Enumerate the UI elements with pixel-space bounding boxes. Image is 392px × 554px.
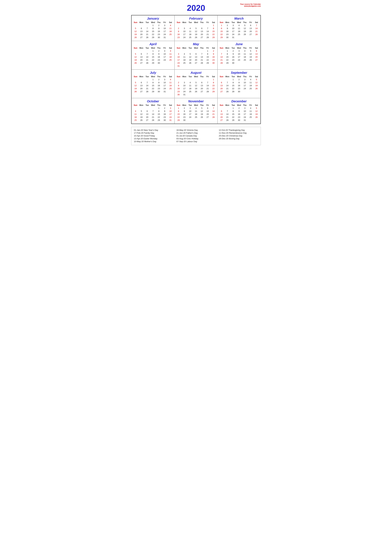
day-num: 16	[236, 84, 242, 87]
day-header-sun: Sun	[219, 75, 224, 78]
day-num: 10	[162, 52, 168, 55]
day-num: 22	[230, 87, 236, 90]
day-num: 29	[150, 62, 156, 64]
day-num: 9	[182, 110, 187, 113]
day-num: 3	[187, 107, 193, 110]
holiday-item: 11-Nov-20 Remembrance Day	[219, 132, 258, 134]
day-num: 13	[193, 55, 199, 58]
day-num: 27	[253, 58, 259, 62]
day-empty: 0	[139, 49, 144, 52]
day-num: 24	[162, 33, 168, 36]
day-num: 21	[144, 33, 150, 36]
day-num: 2	[210, 49, 216, 52]
day-num: 8	[156, 110, 162, 113]
day-header-sun: Sun	[133, 104, 139, 107]
day-num: 14	[253, 27, 259, 30]
day-header-thu: Thu	[242, 75, 248, 78]
day-num: 23	[210, 58, 216, 62]
day-num: 8	[205, 52, 210, 55]
day-header-tue: Tue	[144, 104, 150, 107]
day-num: 18	[236, 30, 242, 33]
day-num: 3	[176, 52, 182, 55]
day-num: 8	[150, 52, 156, 55]
day-header-sun: Sun	[219, 104, 224, 107]
day-num: 26	[199, 116, 205, 119]
day-num: 9	[236, 81, 242, 84]
day-header-mon: Mon	[224, 104, 230, 107]
day-header-mon: Mon	[139, 104, 144, 107]
day-header-wed: Wed	[236, 47, 242, 49]
holiday-column-col2: 18-May-20 Victoria Day21-Jun-20 Father's…	[176, 129, 216, 143]
day-header-thu: Thu	[199, 104, 205, 107]
day-num: 15	[230, 113, 236, 116]
day-num: 11	[248, 81, 253, 84]
day-header-wed: Wed	[236, 75, 242, 78]
day-num: 7	[199, 52, 205, 55]
month-name: January	[133, 17, 173, 20]
page-header: 2020 Your source for Calendar www.jtoolg…	[131, 3, 261, 13]
day-num: 25	[168, 33, 173, 36]
day-num: 3	[182, 27, 187, 30]
day-num: 9	[224, 27, 230, 30]
day-num: 9	[230, 52, 236, 55]
day-num: 17	[182, 87, 187, 90]
month-name: June	[219, 42, 259, 46]
day-empty: 0	[150, 107, 156, 110]
day-header-sat: Sat	[168, 47, 173, 49]
day-num: 3	[236, 49, 242, 52]
day-num: 6	[193, 52, 199, 55]
day-empty: 0	[219, 78, 224, 81]
day-grid: SunMonTueWedThuFriSat0123456789101112131…	[219, 47, 259, 64]
day-num: 19	[139, 116, 144, 119]
day-grid: SunMonTueWedThuFriSat0000001234567891011…	[176, 21, 216, 39]
day-num: 24	[182, 90, 187, 93]
day-empty: 0	[139, 107, 144, 110]
day-num: 3	[162, 24, 168, 27]
day-num: 19	[248, 55, 253, 58]
day-num: 14	[219, 55, 224, 58]
day-num: 17	[236, 55, 242, 58]
day-num: 18	[182, 58, 187, 62]
day-num: 15	[205, 55, 210, 58]
day-num: 1	[230, 107, 236, 110]
day-num: 2	[156, 49, 162, 52]
day-num: 12	[253, 110, 259, 113]
day-num: 15	[150, 55, 156, 58]
day-num: 1	[230, 78, 236, 81]
day-num: 6	[248, 24, 253, 27]
day-num: 16	[224, 30, 230, 33]
holiday-item: 03-Aug-20 Civic Holiday	[176, 138, 216, 140]
day-num: 22	[224, 58, 230, 62]
day-num: 7	[144, 81, 150, 84]
day-num: 11	[168, 52, 173, 55]
day-num: 26	[133, 36, 139, 39]
day-header-sat: Sat	[253, 21, 259, 24]
day-num: 21	[144, 87, 150, 90]
day-header-fri: Fri	[205, 21, 210, 24]
day-num: 28	[224, 90, 230, 93]
day-num: 21	[205, 87, 210, 90]
day-num: 13	[219, 84, 224, 87]
month-may: MaySunMonTueWedThuFriSat0000012345678910…	[175, 41, 217, 69]
day-empty: 0	[144, 24, 150, 27]
day-num: 13	[144, 113, 150, 116]
month-july: JulySunMonTueWedThuFriSat000123456789101…	[132, 69, 175, 98]
day-num: 6	[139, 81, 144, 84]
day-num: 27	[139, 62, 144, 64]
day-header-wed: Wed	[193, 47, 199, 49]
day-header-wed: Wed	[193, 104, 199, 107]
day-header-wed: Wed	[193, 21, 199, 24]
day-num: 21	[210, 113, 216, 116]
day-num: 16	[176, 33, 182, 36]
day-header-tue: Tue	[187, 75, 193, 78]
day-empty: 0	[199, 78, 205, 81]
day-num: 26	[242, 33, 248, 36]
day-empty: 0	[187, 24, 193, 27]
day-num: 15	[176, 113, 182, 116]
day-num: 2	[236, 107, 242, 110]
day-header-fri: Fri	[162, 21, 168, 24]
day-header-tue: Tue	[230, 75, 236, 78]
month-april: AprilSunMonTueWedThuFriSat00012345678910…	[132, 41, 175, 69]
site-line2: www.jtoolgame.com	[240, 5, 261, 7]
day-num: 1	[219, 24, 224, 27]
